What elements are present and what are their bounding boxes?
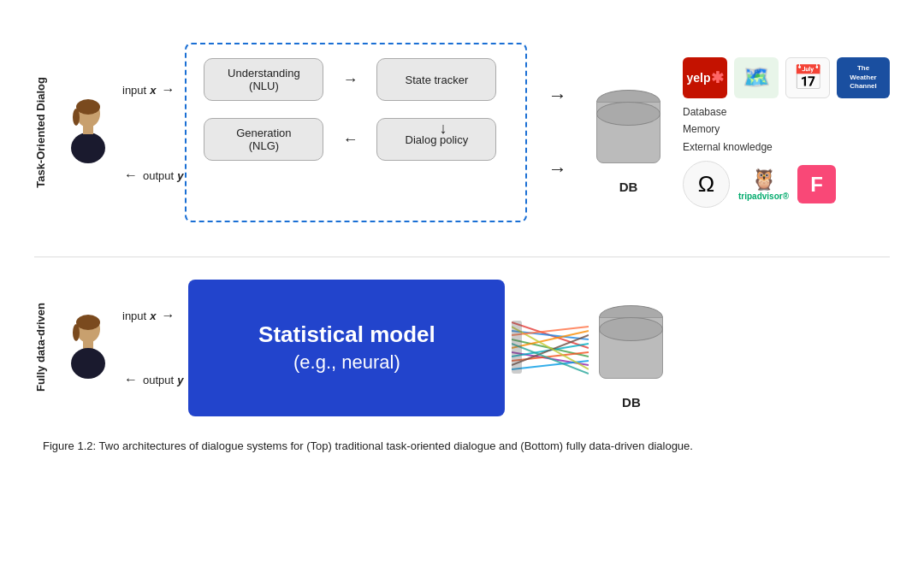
logos-top-row: yelp✱ 🗺️ 📅 The Weather Channel [683,57,890,98]
section-divider [34,256,890,257]
input-arrow-top: → [161,82,175,97]
main-container: Task-Oriented Dialog input x → ← output … [0,0,924,566]
top-section: Task-Oriented Dialog input x → ← output … [34,17,890,248]
bottom-section: Fully data-driven input x → ← output y S… [34,264,890,431]
lower-db-arrow: → [548,158,567,180]
input-label-top: input x → [122,82,183,97]
statistical-model-box: Statistical model (e.g., neural) [188,280,505,416]
logos-bottom-row: Ω 🦉 tripadvisor® F [683,161,890,208]
maps-logo: 🗺️ [734,57,779,98]
svg-point-3 [71,133,105,163]
svg-point-1 [76,99,100,115]
policy-to-nlg-arrow: ← [337,131,363,149]
svg-rect-4 [83,126,93,134]
upper-db-arrow: → [548,85,567,107]
db-cylinder-top: DB [596,90,660,175]
svg-point-6 [76,315,100,330]
yelp-logo: yelp✱ [683,57,727,98]
bottom-section-label: Fully data-driven [34,303,47,392]
nlg-box: Generation (NLG) [204,118,323,161]
db-mid-ellipse [596,102,660,126]
model-line2: (e.g., neural) [293,351,400,374]
db-label-bottom: DB [622,395,641,410]
foursquare-logo: F [797,165,836,203]
output-arrow-bottom: ← [124,372,138,387]
dialog-policy-box: Dialog policy [376,118,496,161]
neural-wires-icon [512,305,589,391]
state-tracker-box: State tracker [376,58,496,101]
model-line1: Statistical model [258,321,435,348]
input-arrow-bottom: → [161,308,175,323]
pipeline-box: Understanding (NLU) → State tracker ↓ Ge… [185,43,527,222]
top-section-label: Task-Oriented Dialog [34,77,47,188]
figure-caption: Figure 1.2: Two architectures of dialogu… [34,438,890,455]
db-bottom-mid-ellipse [599,317,663,341]
output-arrow-top: ← [124,168,138,183]
io-labels-bottom: input x → ← output y [122,284,183,412]
wikipedia-logo: Ω [683,161,730,208]
person-icon-top [62,98,114,167]
svg-point-2 [73,109,80,126]
tripadvisor-logo: 🦉 tripadvisor® [738,168,789,201]
db-label-top: DB [619,180,638,194]
svg-rect-22 [512,321,522,374]
db-memory-text: Database Memory External knowledge [683,103,890,156]
svg-point-7 [73,324,80,341]
output-label-bottom: ← output y [122,372,183,387]
input-label-bottom: input x → [122,308,183,323]
top-row: Understanding (NLU) → State tracker [204,58,508,101]
bottom-row: Generation (NLG) ← Dialog policy [204,118,508,161]
to-db-arrows: → → [532,43,583,222]
db-cylinder-bottom: DB [599,305,663,391]
nlu-to-state-arrow: → [337,71,363,89]
person-icon-bottom [62,314,114,382]
calendar-logo: 📅 [785,57,830,98]
nlu-box: Understanding (NLU) [204,58,323,101]
right-panel: yelp✱ 🗺️ 📅 The Weather Channel Database … [683,57,890,208]
state-to-policy-arrow: ↓ [439,120,447,138]
svg-point-9 [71,348,105,379]
output-label-top: ← output y [122,168,183,183]
weather-channel-logo: The Weather Channel [837,57,890,98]
